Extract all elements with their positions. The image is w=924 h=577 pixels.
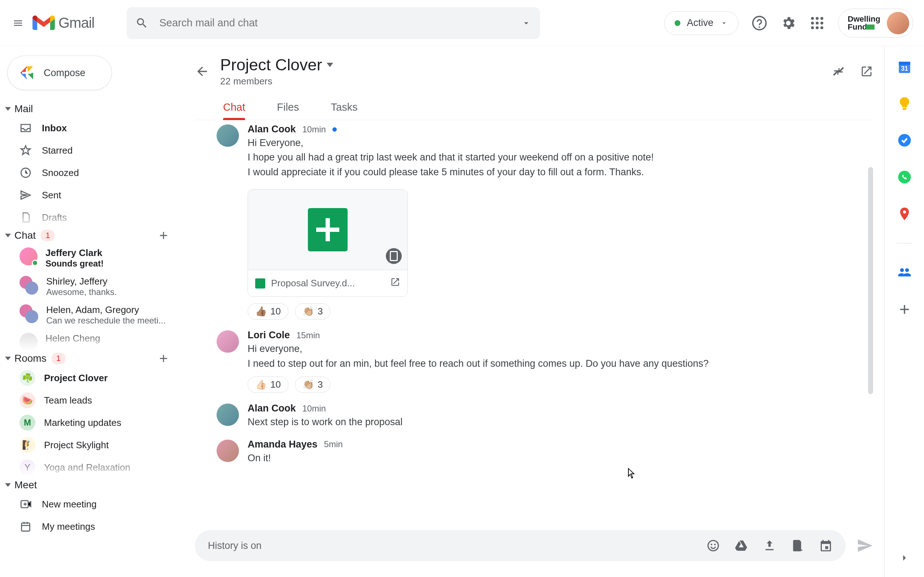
chat-item-fade: Helen Cheng — [5, 329, 181, 351]
account-avatar[interactable] — [887, 12, 909, 34]
rail-people[interactable] — [897, 265, 912, 280]
chat-item[interactable]: Helen, Adam, GregoryCan we reschedule th… — [5, 301, 181, 329]
section-mail-header[interactable]: Mail — [5, 103, 181, 117]
status-chip[interactable]: Active — [664, 11, 738, 35]
room-subtitle: 22 members — [220, 76, 333, 87]
tab-tasks[interactable]: Tasks — [331, 98, 358, 120]
open-new-icon — [390, 277, 400, 287]
chevron-down-icon — [720, 19, 728, 27]
message-time: 5min — [324, 439, 343, 449]
apps-grid-icon — [811, 17, 823, 29]
message-text: Hi Everyone, — [247, 136, 873, 149]
reaction-chip[interactable]: 👍🏽10 — [247, 303, 288, 319]
section-chat-header[interactable]: Chat1 — [5, 229, 181, 244]
rail-collapse[interactable] — [899, 553, 910, 565]
google-apps-button[interactable] — [809, 15, 825, 31]
status-label: Active — [687, 17, 714, 29]
nav-starred[interactable]: Starred — [5, 139, 181, 161]
rail-keep[interactable] — [897, 96, 912, 111]
tasks-icon — [897, 133, 912, 148]
side-panel: 31 — [884, 46, 924, 577]
search-bar[interactable] — [127, 7, 540, 39]
collapse-icon[interactable] — [832, 65, 845, 78]
gear-icon — [780, 15, 796, 31]
meet-new-meeting[interactable]: New meeting — [5, 493, 181, 515]
tab-chat[interactable]: Chat — [223, 98, 245, 120]
gmail-logo[interactable]: Gmail — [32, 15, 94, 32]
chat-item[interactable]: Jeffery ClarkSounds great! — [5, 244, 181, 272]
room-title[interactable]: Project Clover — [220, 56, 333, 74]
room-item[interactable]: 🍉Team leads — [5, 389, 181, 411]
presence-dot-icon — [675, 20, 680, 26]
reactions: 👍🏻10👏🏼3 — [247, 377, 873, 393]
room-item[interactable]: ☘️Project Clover — [5, 367, 181, 389]
rail-calendar[interactable]: 31 — [897, 59, 912, 74]
newmeet-icon — [19, 498, 32, 510]
send-icon — [19, 189, 32, 201]
room-item[interactable]: 🧗Project Skylight — [5, 434, 181, 456]
author-avatar[interactable] — [216, 330, 239, 353]
calendar-icon[interactable] — [819, 539, 833, 553]
search-input[interactable] — [159, 17, 521, 29]
sheets-small-icon — [255, 279, 265, 288]
hamburger-menu[interactable] — [11, 16, 25, 30]
author-name: Lori Cole — [247, 330, 290, 341]
author-avatar[interactable] — [216, 440, 239, 462]
reaction-chip[interactable]: 👏🏼3 — [295, 303, 330, 319]
rail-maps[interactable] — [897, 206, 912, 221]
drive-icon[interactable] — [735, 539, 748, 553]
search-options-icon[interactable] — [521, 18, 531, 28]
new-chat-icon[interactable] — [157, 229, 170, 242]
message-text: Hi everyone, — [247, 342, 873, 355]
open-new-window-icon[interactable] — [860, 65, 873, 78]
settings-button[interactable] — [780, 15, 796, 31]
back-button[interactable] — [195, 64, 209, 79]
tab-files[interactable]: Files — [277, 98, 299, 120]
meet-my-meetings[interactable]: My meetings — [5, 515, 181, 538]
new-indicator-icon — [333, 127, 337, 132]
message-list[interactable]: Alan Cook10minHi Everyone,I hope you all… — [195, 120, 873, 523]
new-room-icon[interactable] — [157, 352, 170, 364]
people-icon — [897, 265, 912, 280]
gmail-icon — [32, 15, 55, 32]
upload-icon[interactable] — [762, 539, 776, 553]
nav-snoozed[interactable]: Snoozed — [5, 161, 181, 184]
sheets-icon — [308, 208, 347, 251]
help-button[interactable] — [751, 15, 767, 31]
compose-button[interactable]: Compose — [7, 56, 112, 90]
nav-sent[interactable]: Sent — [5, 184, 181, 206]
nav-inbox[interactable]: Inbox — [5, 117, 181, 139]
author-name: Alan Cook — [247, 403, 296, 414]
section-rooms-header[interactable]: Rooms1 — [5, 352, 181, 367]
account-chip[interactable]: Dwelling Fund — [838, 9, 913, 37]
message-text: I hope you all had a great trip last wee… — [247, 151, 873, 164]
rail-add[interactable] — [897, 302, 912, 317]
author-avatar[interactable] — [216, 124, 239, 147]
rail-tasks[interactable] — [897, 133, 912, 148]
message-composer[interactable]: History is on — [195, 530, 846, 561]
section-meet-header[interactable]: Meet — [5, 479, 181, 493]
collapse-icon — [5, 234, 11, 237]
svg-rect-12 — [902, 108, 906, 110]
author-avatar[interactable] — [216, 403, 239, 426]
message-time: 10min — [302, 403, 326, 414]
send-button[interactable] — [856, 537, 873, 554]
scrollbar-thumb[interactable] — [868, 167, 873, 394]
room-item-fade: YYoga and Relaxation — [5, 456, 181, 478]
emoji-icon[interactable] — [706, 539, 720, 553]
maps-pin-icon — [897, 206, 912, 221]
file-icon — [19, 211, 32, 224]
author-name: Alan Cook — [247, 124, 296, 135]
room-item[interactable]: MMarketing updates — [5, 411, 181, 434]
svg-point-8 — [714, 544, 716, 545]
message-text: I would appreciate it if you could pleas… — [247, 166, 873, 179]
reaction-chip[interactable]: 👍🏻10 — [247, 377, 288, 393]
rail-contacts[interactable] — [897, 169, 912, 185]
chat-item[interactable]: Shirley, JefferyAwesome, thanks. — [5, 272, 181, 301]
attachment-card[interactable]: Proposal Survey.d... — [247, 189, 408, 297]
nav-drafts-fade: Drafts — [5, 206, 181, 228]
company-accent-icon — [866, 24, 874, 29]
doc-icon[interactable] — [791, 539, 804, 553]
open-attachment[interactable] — [390, 277, 400, 290]
reaction-chip[interactable]: 👏🏼3 — [295, 377, 330, 393]
